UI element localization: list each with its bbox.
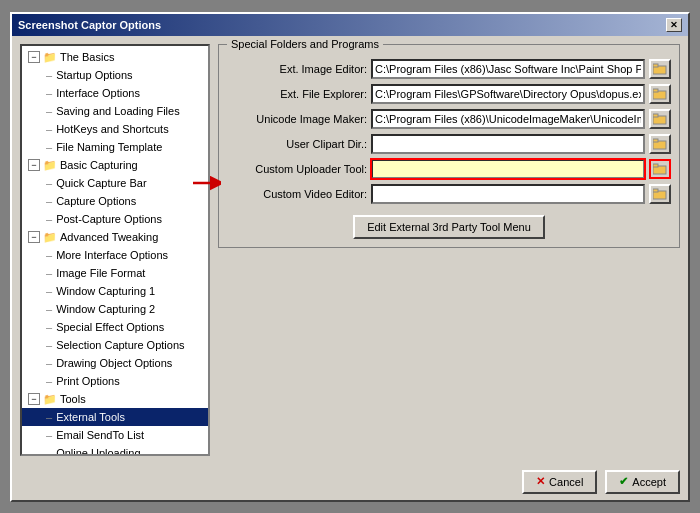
tree-label-email-sendto: Email SendTo List [56,427,144,443]
tree-item-quick-capture[interactable]: –Quick Capture Bar [22,174,208,192]
group-title: Special Folders and Programs [227,38,383,50]
tree-label-the-basics: The Basics [60,49,114,65]
tree-item-email-sendto[interactable]: –Email SendTo List [22,426,208,444]
browse-icon [653,188,667,200]
accept-icon: ✔ [619,475,628,488]
tree-item-file-naming[interactable]: –File Naming Template [22,138,208,156]
svg-rect-7 [653,139,658,142]
browse-icon [653,63,667,75]
tree-label-window-capturing-1: Window Capturing 1 [56,283,155,299]
browse-button-4[interactable] [649,159,671,179]
svg-rect-3 [653,89,658,92]
dialog: Screenshot Captor Options ✕ −📁The Basics… [10,12,690,502]
tree-label-special-effect: Special Effect Options [56,319,164,335]
tree-item-online-uploading[interactable]: –Online Uploading [22,444,208,456]
tree-item-hotkeys[interactable]: –HotKeys and Shortcuts [22,120,208,138]
tree-expander-the-basics[interactable]: − [28,51,40,63]
tree-item-print-options[interactable]: –Print Options [22,372,208,390]
cancel-label: Cancel [549,476,583,488]
field-input-5[interactable] [371,184,645,204]
browse-button-2[interactable] [649,109,671,129]
folder-icon: 📁 [42,50,58,64]
tree-item-saving-loading[interactable]: –Saving and Loading Files [22,102,208,120]
field-input-3[interactable] [371,134,645,154]
tree-item-special-effect[interactable]: –Special Effect Options [22,318,208,336]
svg-rect-9 [653,164,658,167]
edit-external-tool-button[interactable]: Edit External 3rd Party Tool Menu [353,215,545,239]
tree-label-print-options: Print Options [56,373,120,389]
browse-button-5[interactable] [649,184,671,204]
folder-icon: 📁 [42,230,58,244]
svg-rect-5 [653,114,658,117]
dialog-body: −📁The Basics–Startup Options–Interface O… [12,36,688,464]
tree-item-window-capturing-1[interactable]: –Window Capturing 1 [22,282,208,300]
tree-item-interface-options[interactable]: –Interface Options [22,84,208,102]
tree-label-tools: Tools [60,391,86,407]
field-label-0: Ext. Image Editor: [227,63,367,75]
tree-panel[interactable]: −📁The Basics–Startup Options–Interface O… [20,44,210,456]
tree-label-interface-options: Interface Options [56,85,140,101]
tree-label-drawing-object: Drawing Object Options [56,355,172,371]
field-label-3: User Clipart Dir.: [227,138,367,150]
red-arrow-annotation [191,173,221,193]
tree-item-basic-capturing[interactable]: −📁Basic Capturing [22,156,208,174]
tree-item-startup-options[interactable]: –Startup Options [22,66,208,84]
tree-item-more-interface[interactable]: –More Interface Options [22,246,208,264]
tree-label-hotkeys: HotKeys and Shortcuts [56,121,169,137]
tree-label-file-naming: File Naming Template [56,139,162,155]
form-row-5: Custom Video Editor: [227,184,671,204]
tree-label-image-file-format: Image File Format [56,265,145,281]
svg-rect-11 [653,189,658,192]
form-row-1: Ext. File Explorer: [227,84,671,104]
folder-icon: 📁 [42,392,58,406]
field-label-2: Unicode Image Maker: [227,113,367,125]
field-input-2[interactable] [371,109,645,129]
close-button[interactable]: ✕ [666,18,682,32]
tree-item-capture-options[interactable]: –Capture Options [22,192,208,210]
browse-icon [653,88,667,100]
cancel-button[interactable]: ✕ Cancel [522,470,597,494]
tree-item-external-tools[interactable]: –External Tools [22,408,208,426]
tree-label-saving-loading: Saving and Loading Files [56,103,180,119]
browse-icon [653,138,667,150]
tree-item-selection-capture[interactable]: –Selection Capture Options [22,336,208,354]
tree-label-capture-options: Capture Options [56,193,136,209]
tree-expander-tools[interactable]: − [28,393,40,405]
tree-label-startup-options: Startup Options [56,67,132,83]
tree-item-advanced-tweaking[interactable]: −📁Advanced Tweaking [22,228,208,246]
special-folders-group: Special Folders and Programs Ext. Image … [218,44,680,248]
field-label-1: Ext. File Explorer: [227,88,367,100]
form-row-3: User Clipart Dir.: [227,134,671,154]
field-label-5: Custom Video Editor: [227,188,367,200]
dialog-title: Screenshot Captor Options [18,19,161,31]
field-input-1[interactable] [371,84,645,104]
tree-label-advanced-tweaking: Advanced Tweaking [60,229,158,245]
title-bar: Screenshot Captor Options ✕ [12,14,688,36]
tree-label-more-interface: More Interface Options [56,247,168,263]
field-input-0[interactable] [371,59,645,79]
tree-item-drawing-object[interactable]: –Drawing Object Options [22,354,208,372]
form-row-4: Custom Uploader Tool: [227,159,671,179]
accept-button[interactable]: ✔ Accept [605,470,680,494]
tree-expander-basic-capturing[interactable]: − [28,159,40,171]
tree-label-basic-capturing: Basic Capturing [60,157,138,173]
browse-button-0[interactable] [649,59,671,79]
tree-label-window-capturing-2: Window Capturing 2 [56,301,155,317]
browse-button-3[interactable] [649,134,671,154]
tree-item-image-file-format[interactable]: –Image File Format [22,264,208,282]
field-input-4[interactable] [371,159,645,179]
form-row-0: Ext. Image Editor: [227,59,671,79]
svg-rect-1 [653,64,658,67]
tree-item-the-basics[interactable]: −📁The Basics [22,48,208,66]
tree-item-window-capturing-2[interactable]: –Window Capturing 2 [22,300,208,318]
bottom-bar: ✕ Cancel ✔ Accept [12,464,688,500]
folder-icon: 📁 [42,158,58,172]
browse-button-1[interactable] [649,84,671,104]
tree-item-tools[interactable]: −📁Tools [22,390,208,408]
field-label-4: Custom Uploader Tool: [227,163,367,175]
tree-item-post-capture[interactable]: –Post-Capture Options [22,210,208,228]
tree-label-external-tools: External Tools [56,409,125,425]
tree-expander-advanced-tweaking[interactable]: − [28,231,40,243]
tree-label-post-capture: Post-Capture Options [56,211,162,227]
browse-icon [653,163,667,175]
